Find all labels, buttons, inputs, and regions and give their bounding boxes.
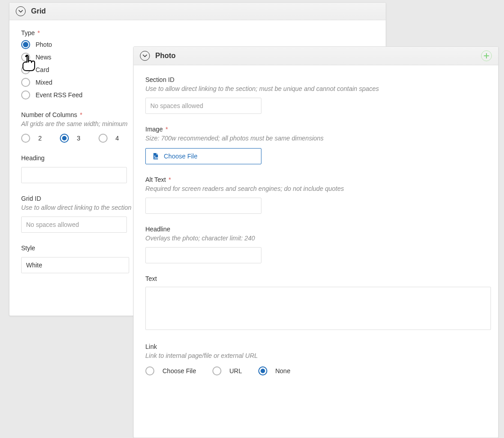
section-id-helper: Use to allow direct linking to the secti… (145, 85, 486, 92)
radio-label: Event RSS Feed (36, 91, 82, 99)
radio-label: None (275, 367, 290, 375)
headline-input[interactable] (145, 247, 261, 263)
link-option-choose-file[interactable]: Choose File (145, 366, 196, 375)
headline-helper: Overlays the photo; character limit: 240 (145, 235, 486, 242)
text-textarea[interactable] (145, 287, 491, 330)
radio-label: 3 (77, 135, 81, 142)
style-select[interactable]: White (21, 257, 129, 273)
link-label: Link (145, 343, 486, 350)
photo-panel-title: Photo (155, 52, 176, 60)
section-id-label: Section ID (145, 76, 486, 83)
radio-input[interactable] (258, 366, 267, 375)
required-mark: * (78, 111, 82, 118)
radio-input[interactable] (99, 134, 108, 143)
radio-label: Photo (36, 41, 52, 48)
chevron-down-icon (143, 54, 147, 58)
radio-input[interactable] (145, 366, 154, 375)
required-mark: * (36, 29, 40, 36)
section-id-input[interactable] (145, 98, 261, 114)
alt-text-input[interactable] (145, 198, 261, 214)
radio-label: Card (36, 66, 49, 73)
type-label: Type (21, 29, 35, 36)
alt-text-helper: Required for screen readers and search e… (145, 185, 486, 192)
choose-file-label: Choose File (164, 153, 198, 160)
columns-option-4[interactable]: 4 (99, 134, 119, 143)
link-option-url[interactable]: URL (212, 366, 242, 375)
alt-text-label: Alt Text (145, 176, 166, 183)
image-helper: Size: 700w recommended; all photos must … (145, 135, 486, 142)
svg-point-0 (154, 156, 156, 157)
radio-label: News (36, 54, 51, 61)
radio-input[interactable] (21, 53, 30, 62)
radio-label: 4 (116, 135, 119, 142)
radio-label: Mixed (36, 79, 52, 86)
image-label: Image (145, 126, 163, 133)
file-image-icon (152, 153, 159, 160)
collapse-toggle[interactable] (140, 51, 150, 61)
choose-file-button[interactable]: Choose File (145, 148, 261, 164)
grid-id-input[interactable] (21, 217, 127, 233)
radio-input[interactable] (21, 65, 30, 74)
photo-panel-header: Photo (134, 47, 498, 65)
headline-label: Headline (145, 226, 486, 233)
collapse-toggle[interactable] (16, 6, 26, 16)
add-button[interactable] (481, 50, 492, 61)
columns-option-2[interactable]: 2 (21, 134, 42, 143)
grid-panel-header: Grid (9, 3, 386, 20)
radio-input[interactable] (21, 134, 30, 143)
required-mark: * (167, 176, 171, 183)
columns-option-3[interactable]: 3 (60, 134, 81, 143)
radio-input[interactable] (21, 40, 30, 49)
link-helper: Link to internal page/file or external U… (145, 352, 486, 359)
text-label: Text (145, 275, 486, 282)
link-option-none[interactable]: None (258, 366, 290, 375)
heading-input[interactable] (21, 167, 127, 183)
radio-input[interactable] (212, 366, 221, 375)
radio-input[interactable] (21, 90, 30, 99)
radio-label: URL (230, 367, 242, 375)
style-value: White (26, 262, 42, 269)
photo-panel: Photo Section ID Use to allow direct lin… (133, 46, 499, 438)
radio-label: 2 (38, 135, 42, 142)
required-mark: * (164, 126, 168, 133)
columns-label: Number of Columns (21, 111, 77, 118)
grid-panel-title: Grid (31, 7, 46, 15)
chevron-down-icon (18, 9, 23, 14)
plus-icon (483, 53, 490, 59)
radio-input[interactable] (60, 134, 69, 143)
radio-label: Choose File (162, 367, 196, 375)
radio-input[interactable] (21, 78, 30, 87)
